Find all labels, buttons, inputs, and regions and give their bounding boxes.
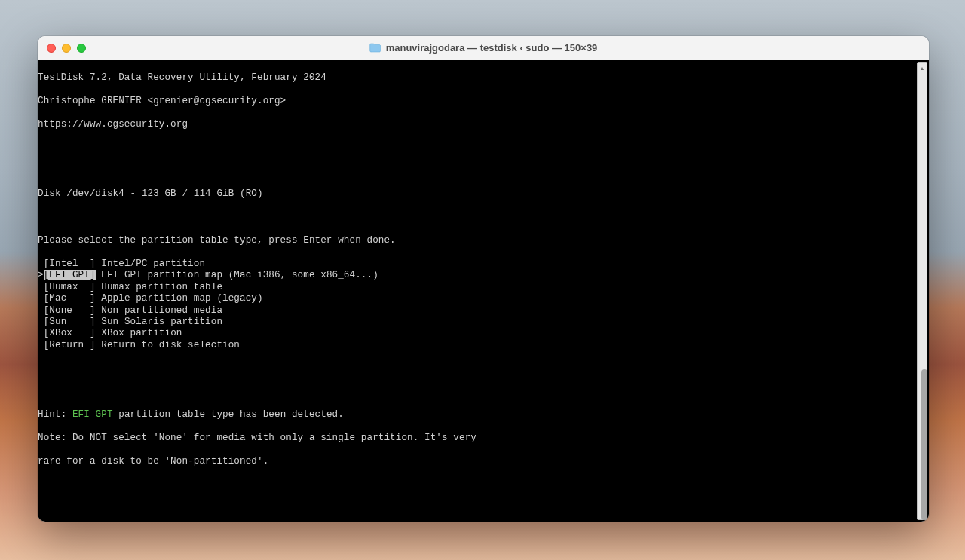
hint-line: Hint: EFI GPT partition table type has b…: [38, 409, 929, 421]
terminal-body[interactable]: TestDisk 7.2, Data Recovery Utility, Feb…: [38, 60, 929, 522]
blank-line: [38, 386, 929, 397]
partition-option[interactable]: [Return ] Return to disk selection: [38, 340, 929, 351]
partition-option[interactable]: [XBox ] XBox partition: [38, 328, 929, 339]
scroll-up-icon[interactable]: ▴: [918, 63, 927, 73]
partition-option[interactable]: >[EFI GPT] EFI GPT partition map (Mac i3…: [38, 270, 929, 281]
hint-highlight: EFI GPT: [72, 409, 113, 420]
close-button[interactable]: [47, 44, 56, 53]
traffic-lights: [47, 44, 86, 53]
partition-option[interactable]: [Sun ] Sun Solaris partition: [38, 317, 929, 328]
window-title-content: manuvirajgodara — testdisk ‹ sudo — 150×…: [369, 42, 598, 54]
partition-option[interactable]: [Intel ] Intel/PC partition: [38, 259, 929, 270]
note-line: Note: Do NOT select 'None' for media wit…: [38, 433, 929, 444]
terminal-window: manuvirajgodara — testdisk ‹ sudo — 150×…: [38, 36, 929, 522]
partition-option[interactable]: [Humax ] Humax partition table: [38, 282, 929, 293]
blank-line: [38, 363, 929, 375]
window-titlebar[interactable]: manuvirajgodara — testdisk ‹ sudo — 150×…: [38, 36, 929, 60]
maximize-button[interactable]: [77, 44, 86, 53]
folder-icon: [369, 43, 381, 53]
header-line: https://www.cgsecurity.org: [38, 119, 929, 130]
header-line: Christophe GRENIER <grenier@cgsecurity.o…: [38, 96, 929, 107]
disk-info: Disk /dev/disk4 - 123 GB / 114 GiB (RO): [38, 188, 929, 200]
prompt-line: Please select the partition table type, …: [38, 235, 929, 246]
partition-option[interactable]: [None ] Non partitioned media: [38, 305, 929, 317]
blank-line: [38, 166, 929, 177]
header-line: TestDisk 7.2, Data Recovery Utility, Feb…: [38, 72, 929, 84]
partition-option[interactable]: [Mac ] Apple partition map (legacy): [38, 293, 929, 304]
minimize-button[interactable]: [62, 44, 71, 53]
blank-line: [38, 142, 929, 154]
scrollbar-thumb[interactable]: [921, 369, 927, 520]
note-line: rare for a disk to be 'Non-partitioned'.: [38, 456, 929, 467]
terminal-content: TestDisk 7.2, Data Recovery Utility, Feb…: [38, 60, 929, 491]
blank-line: [38, 212, 929, 223]
window-title-text: manuvirajgodara — testdisk ‹ sudo — 150×…: [386, 42, 598, 54]
